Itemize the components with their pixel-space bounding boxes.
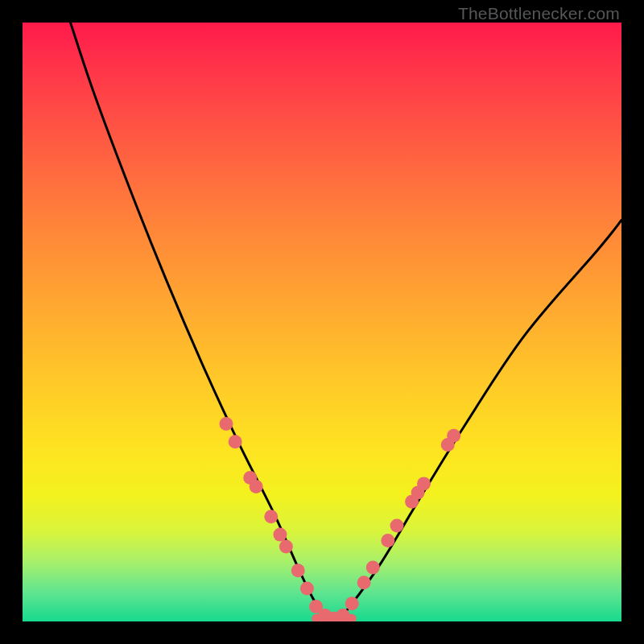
curve-layer <box>23 23 621 621</box>
highlight-dot <box>366 561 380 575</box>
highlight-dot <box>300 582 314 596</box>
highlight-dot <box>357 576 371 589</box>
highlight-dot <box>219 417 233 431</box>
highlight-dot <box>250 480 263 493</box>
highlight-dot <box>390 518 404 532</box>
highlight-dot <box>279 540 293 554</box>
credit-label: TheBottlenecker.com <box>458 4 620 23</box>
highlight-dot <box>447 429 460 443</box>
highlight-dot <box>229 435 242 448</box>
bottleneck-curve <box>71 23 621 621</box>
highlight-dots <box>219 417 460 621</box>
highlight-dot <box>291 564 305 577</box>
highlight-dot <box>381 534 394 547</box>
plot-area <box>23 23 621 621</box>
highlight-dot <box>264 510 278 523</box>
highlight-dot <box>273 528 287 542</box>
highlight-dot <box>345 597 359 610</box>
chart-frame: TheBottlenecker.com <box>0 0 644 644</box>
highlight-dot <box>417 477 431 490</box>
